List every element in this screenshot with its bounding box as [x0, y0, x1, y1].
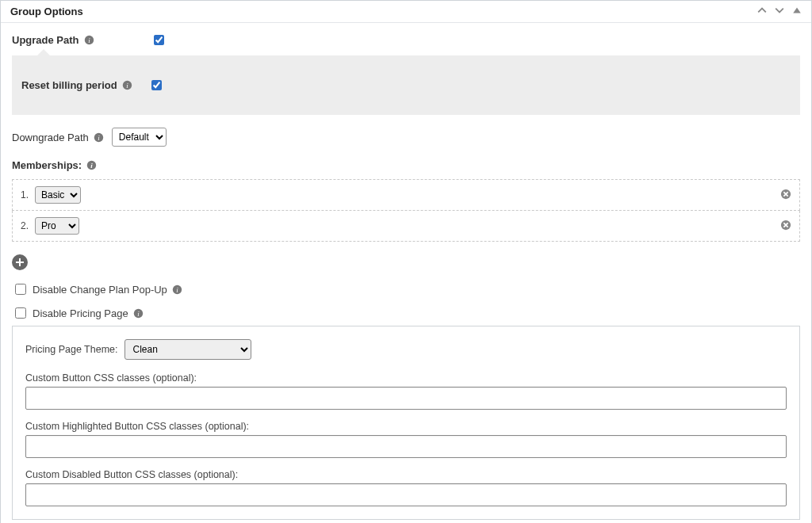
- custom-button-css-field: Custom Button CSS classes (optional):: [25, 372, 787, 410]
- disable-change-plan-checkbox[interactable]: [15, 284, 26, 295]
- custom-disabled-css-label: Custom Disabled Button CSS classes (opti…: [25, 469, 787, 480]
- disable-change-plan-label: Disable Change Plan Pop-Up: [33, 284, 167, 296]
- custom-button-css-input[interactable]: [25, 387, 787, 410]
- upgrade-path-label: Upgrade Path: [12, 34, 79, 46]
- remove-membership-button[interactable]: [780, 189, 791, 202]
- info-icon[interactable]: i: [133, 308, 144, 319]
- custom-highlighted-css-label: Custom Highlighted Button CSS classes (o…: [25, 421, 787, 432]
- info-icon[interactable]: i: [172, 284, 182, 295]
- panel-title: Group Options: [10, 6, 83, 17]
- membership-number: 2.: [21, 220, 32, 231]
- remove-membership-button[interactable]: [780, 220, 791, 233]
- custom-disabled-css-field: Custom Disabled Button CSS classes (opti…: [25, 469, 787, 506]
- upgrade-path-checkbox[interactable]: [154, 35, 164, 45]
- reset-billing-block: Reset billing period i: [12, 55, 800, 115]
- disable-pricing-page-checkbox[interactable]: [15, 307, 26, 319]
- upgrade-path-row: Upgrade Path i: [12, 32, 800, 48]
- add-membership-button[interactable]: [12, 254, 28, 270]
- pricing-theme-label: Pricing Page Theme:: [25, 344, 118, 355]
- disable-pricing-page-row: Disable Pricing Page i: [12, 305, 800, 321]
- memberships-list: 1. Basic 2. Pro: [12, 179, 800, 242]
- pricing-page-settings: Pricing Page Theme: Clean Custom Button …: [12, 326, 800, 520]
- memberships-label: Memberships:: [12, 159, 82, 171]
- panel-body: Upgrade Path i Reset billing period i Do…: [1, 23, 811, 523]
- memberships-label-row: Memberships: i: [12, 159, 800, 171]
- group-options-panel: Group Options Upgrade Path i Reset billi…: [0, 0, 812, 523]
- collapse-down-icon[interactable]: [775, 6, 784, 17]
- downgrade-path-label: Downgrade Path: [12, 132, 89, 143]
- notch-indicator: [37, 49, 50, 55]
- disable-pricing-page-label: Disable Pricing Page: [33, 307, 128, 319]
- downgrade-path-select[interactable]: Default: [112, 128, 167, 147]
- membership-select[interactable]: Pro: [35, 217, 79, 235]
- collapse-up-icon[interactable]: [757, 6, 767, 17]
- panel-controls: [757, 6, 802, 17]
- reset-billing-checkbox[interactable]: [151, 80, 162, 90]
- info-icon[interactable]: i: [86, 160, 97, 170]
- custom-highlighted-css-input[interactable]: [25, 435, 787, 458]
- downgrade-path-row: Downgrade Path i Default: [12, 128, 800, 147]
- panel-header: Group Options: [1, 1, 811, 23]
- custom-disabled-css-input[interactable]: [25, 483, 787, 506]
- reset-billing-row: Reset billing period i: [21, 78, 791, 93]
- membership-row: 2. Pro: [12, 211, 800, 242]
- info-icon[interactable]: i: [94, 132, 104, 143]
- custom-highlighted-css-field: Custom Highlighted Button CSS classes (o…: [25, 421, 787, 458]
- membership-row: 1. Basic: [12, 179, 800, 211]
- membership-number: 1.: [21, 189, 32, 200]
- custom-button-css-label: Custom Button CSS classes (optional):: [25, 372, 787, 384]
- pricing-theme-row: Pricing Page Theme: Clean: [25, 339, 787, 360]
- pricing-theme-select[interactable]: Clean: [124, 339, 251, 360]
- reset-billing-label: Reset billing period: [21, 79, 117, 91]
- toggle-triangle-icon[interactable]: [792, 6, 802, 17]
- info-icon[interactable]: i: [84, 35, 94, 45]
- info-icon[interactable]: i: [122, 80, 132, 90]
- disable-change-plan-row: Disable Change Plan Pop-Up i: [12, 281, 800, 297]
- membership-select[interactable]: Basic: [35, 186, 81, 204]
